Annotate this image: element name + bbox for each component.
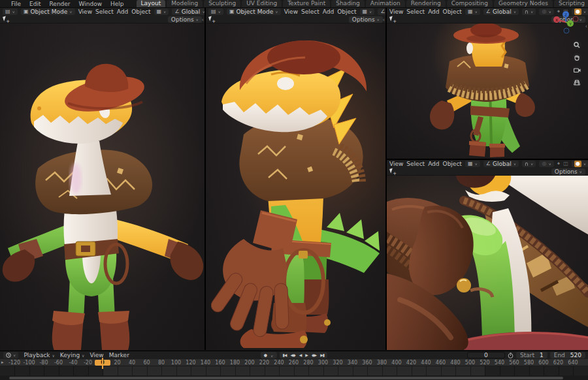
menu-view[interactable]: View bbox=[284, 8, 298, 15]
menu-add[interactable]: Add bbox=[117, 8, 128, 15]
transport-controls: ● ∨ ▮◀ ◀◆ ◀ ▶ ◆▶ ▶▮ bbox=[261, 352, 327, 358]
orientation-dropdown[interactable]: ∠Global∨ bbox=[172, 8, 204, 15]
tab-rendering[interactable]: Rendering bbox=[406, 0, 446, 7]
jump-to-end-button[interactable]: ▶▮ bbox=[318, 352, 326, 358]
play-reverse-button[interactable]: ◀ bbox=[297, 352, 304, 358]
sidebar-toggle-icon[interactable]: ‹ bbox=[585, 24, 587, 29]
viewport-back-canvas[interactable] bbox=[387, 24, 588, 159]
tab-animation[interactable]: Animation bbox=[366, 0, 405, 7]
active-tool-icon[interactable] bbox=[3, 16, 9, 23]
zoom-icon[interactable] bbox=[572, 40, 581, 50]
next-keyframe-button[interactable]: ◆▶ bbox=[310, 352, 318, 358]
collapse-icon[interactable]: ‹ bbox=[383, 17, 385, 23]
timeline-scroll-handle[interactable] bbox=[9, 377, 563, 379]
viewport-front-canvas[interactable] bbox=[0, 24, 204, 350]
menu-render[interactable]: Render bbox=[48, 1, 72, 7]
timeline-tracks[interactable] bbox=[0, 366, 588, 375]
topbar: File Edit Render Window Help Layout Mode… bbox=[0, 0, 588, 8]
viewport-back[interactable]: View Select Add Object ▦∨ ∠Global∨ ∪∨ ◎∨… bbox=[387, 8, 588, 159]
menu-file[interactable]: File bbox=[10, 1, 22, 7]
menu-add[interactable]: Add bbox=[428, 161, 439, 167]
pivot-dropdown[interactable]: ▦∨ bbox=[465, 8, 480, 15]
jump-to-start-button[interactable]: ▮◀ bbox=[281, 352, 289, 358]
tab-layout[interactable]: Layout bbox=[137, 0, 166, 7]
active-tool-icon[interactable] bbox=[389, 16, 396, 23]
options-dropdown[interactable]: Options∨ bbox=[168, 16, 202, 23]
menu-object[interactable]: Object bbox=[443, 161, 462, 167]
menu-select[interactable]: Select bbox=[301, 8, 319, 15]
active-tool-icon[interactable] bbox=[389, 168, 396, 175]
end-frame-field[interactable]: End520 bbox=[550, 352, 585, 358]
pan-hand-icon[interactable] bbox=[572, 53, 581, 62]
menu-select[interactable]: Select bbox=[406, 8, 425, 15]
pivot-dropdown[interactable]: ▦∨ bbox=[360, 8, 375, 15]
tab-uv-editing[interactable]: UV Editing bbox=[242, 0, 282, 7]
menu-object[interactable]: Object bbox=[337, 8, 356, 15]
viewport-closeup-canvas[interactable] bbox=[387, 176, 588, 350]
menu-keying[interactable]: Keying ∨ bbox=[60, 352, 85, 358]
menu-help[interactable]: Help bbox=[109, 1, 125, 7]
perspective-toggle-icon[interactable] bbox=[572, 78, 581, 87]
active-tool-icon[interactable] bbox=[208, 16, 215, 23]
auto-keying-dropdown[interactable]: ∨ bbox=[269, 353, 275, 358]
tab-modeling[interactable]: Modeling bbox=[167, 0, 203, 7]
magnet-icon: ∪ bbox=[525, 8, 529, 15]
camera-view-icon[interactable] bbox=[572, 65, 581, 74]
menu-window[interactable]: Window bbox=[78, 1, 104, 7]
timeline-ruler[interactable]: ▸ 0 -120-100-80-60-40-202040608010012014… bbox=[0, 359, 588, 366]
orientation-icon: ∠ bbox=[174, 8, 179, 15]
expand-channels-icon[interactable]: ▸ bbox=[1, 360, 4, 365]
viewport-side-canvas[interactable] bbox=[206, 24, 385, 350]
tab-shading[interactable]: Shading bbox=[331, 0, 365, 7]
mode-dropdown[interactable]: ▣Object Mode∨ bbox=[21, 8, 75, 15]
menu-playback[interactable]: Playback ∨ bbox=[24, 352, 54, 358]
preview-range-stopwatch-icon[interactable] bbox=[508, 353, 514, 358]
tab-compositing[interactable]: Compositing bbox=[447, 0, 493, 7]
tab-texture-paint[interactable]: Texture Paint bbox=[283, 0, 330, 7]
options-dropdown[interactable]: Options∨ bbox=[551, 168, 585, 175]
timeline-editor-type-button[interactable]: ∨ bbox=[3, 352, 18, 358]
pivot-icon: ▦ bbox=[468, 8, 473, 15]
menu-object[interactable]: Object bbox=[443, 8, 462, 15]
collapse-icon[interactable]: ‹ bbox=[202, 17, 204, 23]
viewport-front[interactable]: ▤∨ ▣Object Mode∨ View Select Add Object … bbox=[0, 8, 204, 350]
pivot-dropdown[interactable]: ▦∨ bbox=[154, 8, 169, 15]
menu-view[interactable]: View bbox=[389, 8, 403, 15]
options-dropdown[interactable]: Options∨ bbox=[349, 16, 383, 23]
pivot-dropdown[interactable]: ▦∨ bbox=[465, 161, 480, 167]
editor-type-button[interactable]: ▤∨ bbox=[208, 8, 223, 15]
menu-add[interactable]: Add bbox=[323, 8, 334, 15]
gizmos-icon[interactable]: ⌖ bbox=[557, 161, 561, 167]
menu-object[interactable]: Object bbox=[131, 8, 150, 15]
play-button[interactable]: ▶ bbox=[303, 352, 310, 358]
orientation-dropdown[interactable]: ∠Global∨ bbox=[483, 8, 519, 15]
render-character-side bbox=[206, 24, 385, 350]
tab-geometry-nodes[interactable]: Geometry Nodes bbox=[494, 0, 553, 7]
xray-icon[interactable]: ◫ bbox=[563, 161, 568, 167]
prev-keyframe-button[interactable]: ◀◆ bbox=[288, 352, 297, 358]
playhead[interactable] bbox=[102, 358, 103, 369]
menu-add[interactable]: Add bbox=[428, 8, 439, 15]
navigation-gizmo[interactable]: Z X Y bbox=[551, 9, 580, 38]
editor-type-button[interactable]: ▤∨ bbox=[3, 8, 18, 15]
start-frame-field[interactable]: Start1 bbox=[516, 352, 547, 358]
menu-select[interactable]: Select bbox=[406, 161, 425, 167]
menu-marker[interactable]: Marker bbox=[109, 352, 129, 358]
auto-keying-button[interactable]: ● bbox=[262, 352, 269, 358]
snap-toggle[interactable]: ∪∨ bbox=[522, 161, 536, 167]
tab-scripting[interactable]: Scripting bbox=[554, 0, 588, 7]
tab-sculpting[interactable]: Sculpting bbox=[204, 0, 240, 7]
orientation-dropdown[interactable]: ∠Global∨ bbox=[378, 8, 385, 15]
snap-toggle[interactable]: ∪∨ bbox=[522, 8, 536, 15]
proportional-editing-dropdown[interactable]: ◎∨ bbox=[539, 161, 553, 167]
orientation-dropdown[interactable]: ∠Global∨ bbox=[483, 161, 519, 167]
mode-dropdown[interactable]: ▣Object Mode∨ bbox=[227, 8, 281, 15]
viewport-side[interactable]: ▤∨ ▣Object Mode∨ View Select Add Object … bbox=[206, 8, 385, 350]
viewport-closeup[interactable]: View Select Add Object ▦∨ ∠Global∨ ∪∨ ◎∨… bbox=[387, 160, 588, 350]
menu-view[interactable]: View bbox=[389, 161, 403, 167]
menu-view[interactable]: View bbox=[78, 8, 92, 15]
material-preview-dropdown[interactable]: ●∨ bbox=[572, 161, 588, 167]
current-frame-field[interactable]: 0 bbox=[467, 352, 505, 358]
menu-select[interactable]: Select bbox=[95, 8, 114, 15]
menu-edit[interactable]: Edit bbox=[28, 1, 42, 7]
